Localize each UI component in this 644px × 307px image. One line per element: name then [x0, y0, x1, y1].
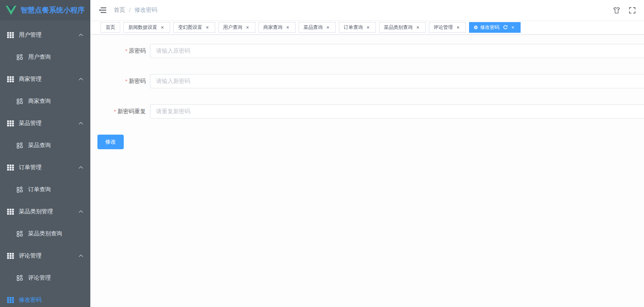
form-row-new-password: *新密码: [97, 74, 644, 88]
sidebar-group-user-management[interactable]: 用户管理: [0, 24, 90, 46]
grid-icon: [7, 120, 14, 126]
component-icon: [16, 54, 23, 60]
tab-label: 首页: [106, 24, 115, 31]
hamburger-icon[interactable]: [99, 6, 107, 14]
grid-icon: [7, 32, 14, 38]
navbar-actions: [605, 6, 636, 14]
old-password-input[interactable]: [150, 44, 644, 58]
tab-dish-query[interactable]: 菜品查询 ×: [299, 22, 336, 33]
sidebar-item-label: 菜品查询: [28, 142, 51, 149]
tab-label: 订单查询: [344, 24, 363, 31]
fullscreen-icon[interactable]: [628, 6, 636, 14]
sidebar-group-dish-category-management[interactable]: 菜品类别管理: [0, 201, 90, 223]
close-icon[interactable]: ×: [415, 25, 421, 30]
tab-label: 新闻数据设置: [128, 24, 157, 31]
new-password-label: *新密码: [97, 78, 146, 85]
sidebar-group-label: 评论管理: [19, 252, 42, 260]
chevron-up-icon: [79, 33, 83, 36]
submit-button[interactable]: 修改: [97, 135, 124, 149]
tab-label: 菜品查询: [304, 24, 323, 31]
component-icon: [16, 98, 23, 104]
close-icon[interactable]: ×: [325, 25, 331, 30]
close-icon[interactable]: ×: [456, 25, 461, 30]
repeat-password-input[interactable]: [150, 104, 644, 119]
sidebar-item-label: 菜品类别查询: [28, 230, 62, 238]
sidebar-item-dish-category-query[interactable]: 菜品类别查询: [0, 223, 90, 245]
sidebar-group-dish-management[interactable]: 菜品管理: [0, 112, 90, 134]
tab-comment-management[interactable]: 评论管理 ×: [429, 22, 466, 33]
sidebar-item-user-query[interactable]: 用户查询: [0, 46, 90, 68]
breadcrumb-current: 修改密码: [134, 6, 157, 14]
close-icon[interactable]: ×: [285, 25, 291, 30]
tab-change-password[interactable]: 修改密码 ×: [469, 22, 521, 33]
tab-order-query[interactable]: 订单查询 ×: [339, 22, 376, 33]
repeat-password-label: *新密码重复: [97, 108, 146, 115]
sidebar-item-order-query[interactable]: 订单查询: [0, 178, 90, 201]
grid-icon: [7, 297, 14, 303]
form-row-repeat-password: *新密码重复: [97, 104, 644, 119]
tags-view-bar: 首页 新闻数据设置 × 变幻图设置 × 用户查询 × 商家查询 × 菜品查询 ×…: [90, 20, 644, 35]
sidebar: 智慧点餐系统小程序 用户管理 用户查询 商家管理 商家查询 菜品管理 菜品: [0, 0, 90, 307]
component-icon: [16, 187, 23, 193]
app-logo[interactable]: 智慧点餐系统小程序: [0, 0, 90, 20]
sidebar-group-label: 商家管理: [19, 76, 42, 83]
tab-label: 评论管理: [434, 24, 453, 31]
close-icon[interactable]: ×: [160, 25, 165, 30]
grid-icon: [7, 209, 14, 215]
sidebar-item-dish-query[interactable]: 菜品查询: [0, 134, 90, 156]
sidebar-item-change-password[interactable]: 修改密码: [0, 289, 90, 307]
component-icon: [16, 231, 23, 237]
sidebar-group-order-management[interactable]: 订单管理: [0, 156, 90, 178]
close-icon[interactable]: ×: [510, 25, 516, 30]
breadcrumb-home[interactable]: 首页: [114, 6, 125, 14]
tab-label: 变幻图设置: [178, 24, 202, 31]
component-icon: [16, 275, 23, 281]
sidebar-menu: 用户管理 用户查询 商家管理 商家查询 菜品管理 菜品查询 订单管理: [0, 20, 90, 307]
vue-logo-icon: [6, 6, 16, 15]
refresh-icon[interactable]: [503, 25, 508, 30]
sidebar-item-label: 修改密码: [19, 296, 42, 304]
grid-icon: [7, 76, 14, 82]
required-mark: *: [114, 108, 116, 114]
sidebar-item-label: 用户查询: [28, 53, 51, 61]
tab-news-data-settings[interactable]: 新闻数据设置 ×: [123, 22, 170, 33]
sidebar-group-label: 用户管理: [19, 31, 42, 39]
sidebar-item-label: 订单查询: [28, 186, 51, 193]
sidebar-group-label: 菜品类别管理: [19, 208, 53, 215]
sidebar-group-comment-management[interactable]: 评论管理: [0, 245, 90, 267]
chevron-up-icon: [79, 78, 83, 80]
close-icon[interactable]: ×: [245, 25, 250, 30]
tab-merchant-query[interactable]: 商家查询 ×: [259, 22, 296, 33]
sidebar-group-merchant-management[interactable]: 商家管理: [0, 68, 90, 90]
grid-icon: [7, 253, 14, 259]
tab-label: 用户查询: [223, 24, 243, 31]
tab-carousel-settings[interactable]: 变幻图设置 ×: [173, 22, 215, 33]
new-password-input[interactable]: [150, 74, 644, 88]
sidebar-group-label: 订单管理: [19, 164, 42, 171]
grid-icon: [7, 165, 14, 171]
required-mark: *: [125, 78, 127, 84]
close-icon[interactable]: ×: [205, 25, 210, 30]
active-dot-icon: [474, 26, 478, 29]
change-password-form: *原密码 *新密码 *新密码重复 修改: [90, 35, 644, 307]
tab-label: 修改密码: [480, 24, 500, 31]
form-row-old-password: *原密码: [97, 44, 644, 58]
chevron-up-icon: [79, 122, 83, 125]
sidebar-item-comment-management[interactable]: 评论管理: [0, 267, 90, 289]
component-icon: [16, 142, 23, 149]
tab-home[interactable]: 首页: [101, 22, 120, 33]
sidebar-group-label: 菜品管理: [19, 120, 42, 127]
sidebar-item-label: 评论管理: [28, 274, 51, 282]
tab-user-query[interactable]: 用户查询 ×: [218, 22, 255, 33]
sidebar-item-label: 商家查询: [28, 98, 51, 105]
tab-dish-category-query[interactable]: 菜品类别查询 ×: [379, 22, 426, 33]
chevron-up-icon: [79, 166, 83, 169]
sidebar-item-merchant-query[interactable]: 商家查询: [0, 90, 90, 112]
tab-label: 菜品类别查询: [384, 24, 413, 31]
app-title: 智慧点餐系统小程序: [21, 5, 85, 15]
close-icon[interactable]: ×: [366, 25, 371, 30]
breadcrumb-separator: /: [129, 7, 131, 14]
required-mark: *: [125, 48, 127, 54]
tshirt-icon[interactable]: [613, 6, 621, 14]
tab-label: 商家查询: [264, 24, 283, 31]
